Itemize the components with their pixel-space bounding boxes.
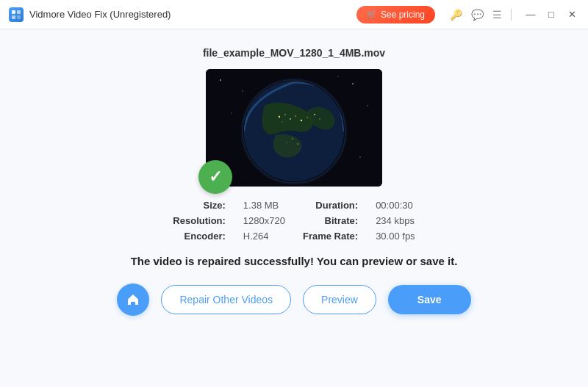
video-preview-container: ✓: [206, 69, 382, 187]
home-button[interactable]: [117, 283, 149, 316]
svg-point-19: [295, 115, 296, 117]
action-buttons: Repair Other Videos Preview Save: [117, 283, 470, 316]
bitrate-value: 234 kbps: [376, 215, 415, 226]
repair-other-videos-button[interactable]: Repair Other Videos: [161, 285, 291, 314]
video-preview: [206, 69, 382, 187]
encoder-label: Encoder:: [173, 231, 226, 242]
size-value: 1.38 MB: [243, 200, 285, 211]
svg-point-8: [367, 105, 368, 106]
svg-point-18: [290, 118, 291, 120]
minimize-button[interactable]: —: [523, 7, 538, 22]
main-content: file_example_MOV_1280_1_4MB.mov: [0, 29, 588, 387]
menu-icon[interactable]: ☰: [492, 9, 502, 21]
window-controls: — □ ✕: [523, 7, 579, 22]
app-icon: [9, 7, 24, 22]
see-pricing-button[interactable]: 🛒 See pricing: [356, 6, 435, 23]
svg-point-20: [301, 120, 302, 121]
svg-point-16: [279, 116, 280, 117]
duration-value: 00:00:30: [376, 200, 415, 211]
svg-point-27: [297, 143, 298, 145]
frame-rate-label: Frame Rate:: [303, 231, 358, 242]
close-button[interactable]: ✕: [564, 7, 579, 22]
file-info: Size: 1.38 MB Duration: 00:00:30 Resolut…: [173, 200, 415, 242]
svg-point-11: [359, 156, 361, 158]
title-bar-left: Vidmore Video Fix (Unregistered): [9, 7, 356, 22]
svg-point-5: [220, 79, 221, 81]
save-button[interactable]: Save: [388, 285, 471, 314]
svg-point-23: [319, 118, 320, 120]
svg-point-25: [292, 138, 293, 140]
app-title: Vidmore Video Fix (Unregistered): [29, 9, 171, 20]
bitrate-label: Bitrate:: [303, 215, 358, 226]
file-name: file_example_MOV_1280_1_4MB.mov: [203, 47, 385, 59]
resolution-label: Resolution:: [173, 215, 226, 226]
preview-button[interactable]: Preview: [303, 285, 376, 314]
svg-point-7: [352, 83, 354, 84]
success-checkmark-badge: ✓: [198, 160, 232, 194]
frame-rate-value: 30.00 fps: [376, 231, 415, 242]
maximize-button[interactable]: □: [544, 7, 559, 22]
svg-point-22: [314, 114, 315, 115]
message-icon[interactable]: 💬: [471, 9, 484, 21]
resolution-value: 1280x720: [243, 215, 285, 226]
svg-point-9: [337, 76, 338, 76]
title-divider: [511, 9, 512, 21]
encoder-value: H.264: [243, 231, 285, 242]
svg-rect-0: [12, 10, 15, 14]
success-message: The video is repaired successfully! You …: [131, 255, 458, 267]
size-label: Size:: [173, 200, 226, 211]
svg-rect-2: [12, 15, 15, 19]
svg-point-6: [242, 90, 243, 92]
svg-point-24: [282, 121, 282, 122]
svg-point-21: [306, 117, 308, 118]
see-pricing-label: See pricing: [381, 10, 425, 20]
cart-icon: 🛒: [367, 10, 377, 19]
key-icon[interactable]: 🔑: [450, 9, 462, 21]
title-bar-actions: 🔑 💬 ☰: [450, 9, 512, 21]
svg-point-10: [231, 112, 232, 113]
title-bar-center: 🛒 See pricing 🔑 💬 ☰ — □ ✕: [356, 6, 579, 23]
svg-rect-1: [17, 10, 21, 14]
duration-label: Duration:: [303, 200, 358, 211]
title-bar: Vidmore Video Fix (Unregistered) 🛒 See p…: [0, 0, 588, 29]
svg-point-17: [284, 114, 286, 115]
svg-point-15: [244, 82, 344, 181]
svg-point-26: [286, 142, 287, 142]
svg-rect-3: [17, 15, 21, 19]
